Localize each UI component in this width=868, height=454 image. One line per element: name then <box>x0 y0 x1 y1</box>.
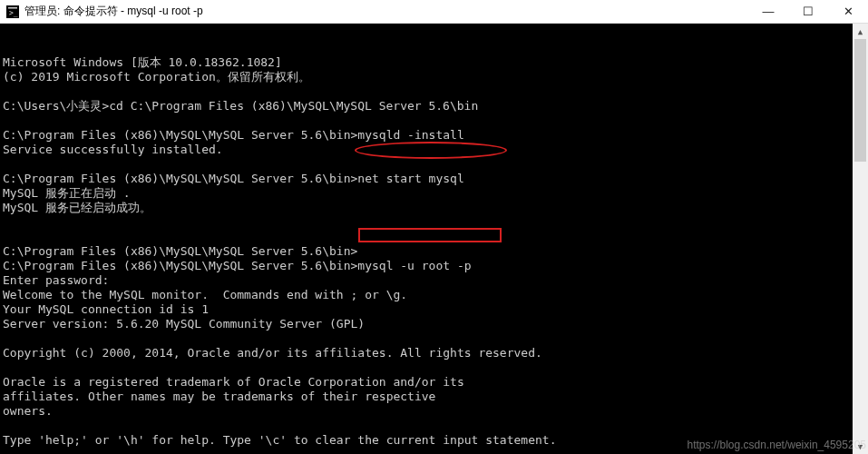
window-controls: — ☐ ✕ <box>748 0 868 23</box>
scroll-up-button[interactable]: ▲ <box>853 24 868 39</box>
maximize-button[interactable]: ☐ <box>788 0 828 23</box>
minimize-button[interactable]: — <box>748 0 788 23</box>
terminal-area[interactable]: Microsoft Windows [版本 10.0.18362.1082] (… <box>0 24 868 454</box>
scroll-thumb[interactable] <box>854 39 866 162</box>
svg-text:>_: >_ <box>9 9 18 17</box>
vertical-scrollbar[interactable]: ▲ ▼ <box>853 24 868 454</box>
app-icon: >_ <box>5 5 20 19</box>
close-button[interactable]: ✕ <box>828 0 868 23</box>
scroll-down-button[interactable]: ▼ <box>853 439 868 454</box>
terminal-output: Microsoft Windows [版本 10.0.18362.1082] (… <box>3 55 868 454</box>
window-titlebar: >_ 管理员: 命令提示符 - mysql -u root -p — ☐ ✕ <box>0 0 868 24</box>
window-title: 管理员: 命令提示符 - mysql -u root -p <box>24 4 748 19</box>
scroll-track[interactable] <box>853 39 868 439</box>
